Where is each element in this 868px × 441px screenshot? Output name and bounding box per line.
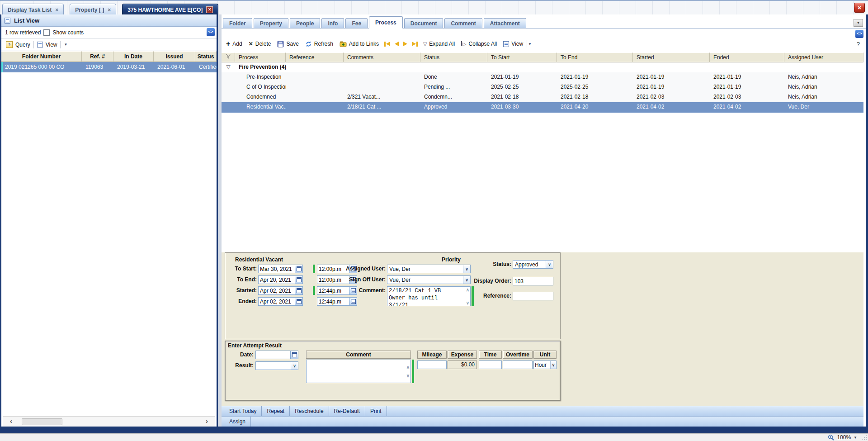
repeat-button[interactable]: Repeat — [262, 406, 290, 416]
reference-input[interactable] — [513, 292, 553, 300]
assigned-user-select[interactable]: Vue, Der ∨ — [387, 265, 471, 273]
tab-display-task-list[interactable]: Display Task List × — [2, 4, 64, 15]
tab-375-hawthorne[interactable]: 375 HAWTHORNE AVE E[CO] ✕ — [122, 4, 218, 15]
sync-icon[interactable]: <> — [207, 28, 215, 36]
tab-attachment[interactable]: Attachment — [484, 18, 526, 28]
tab-property[interactable]: Property [ ] × — [70, 4, 116, 15]
tab-comment[interactable]: Comment — [444, 18, 482, 28]
view-button[interactable]: View — [500, 38, 526, 49]
tab-fee[interactable]: Fee — [345, 18, 368, 28]
calendar-button[interactable] — [295, 275, 303, 284]
panel-splitter[interactable] — [218, 14, 222, 427]
column-header-process[interactable]: Process — [235, 52, 286, 62]
attempt-date-input[interactable] — [255, 351, 291, 359]
calendar-button[interactable] — [295, 297, 303, 306]
assign-button[interactable]: Assign — [224, 417, 251, 427]
scroll-left-icon[interactable]: ‹ — [10, 417, 12, 426]
close-icon[interactable]: × — [55, 7, 58, 13]
folder-row-selected[interactable]: 2019 021265 000 00 CO 119063 2019-03-21 … — [1, 62, 217, 72]
refresh-button[interactable]: Refresh — [302, 38, 336, 49]
process-row[interactable]: Condemned 2/321 Vacat... Condemn... 2021… — [222, 92, 863, 103]
close-icon[interactable]: × — [108, 7, 111, 13]
time-button[interactable] — [349, 297, 357, 306]
filter-column-header[interactable] — [222, 52, 235, 62]
overtime-input[interactable] — [503, 360, 533, 369]
show-counts-checkbox[interactable] — [43, 29, 50, 36]
zoom-control[interactable]: 100% ▼ — [828, 434, 857, 441]
status-select[interactable]: Approved ∨ — [513, 260, 553, 269]
column-header-issued[interactable]: Issued — [154, 51, 195, 62]
unit-select[interactable]: Hour ∨ — [533, 360, 557, 369]
view-dropdown-icon[interactable]: ▼ — [64, 43, 67, 47]
column-header-to-start[interactable]: To Start — [487, 52, 557, 62]
query-button[interactable]: ? Query — [6, 39, 30, 50]
tab-document[interactable]: Document — [404, 18, 443, 28]
scrollbar-thumb[interactable] — [22, 418, 62, 425]
column-header-status[interactable]: Status — [195, 51, 217, 62]
column-header-status[interactable]: Status — [420, 52, 487, 62]
last-record-button[interactable] — [410, 42, 420, 47]
column-header-ref[interactable]: Ref. # — [82, 51, 113, 62]
column-header-assigned-user[interactable]: Assigned User — [784, 52, 863, 62]
add-to-links-button[interactable]: Add to Links — [337, 38, 382, 49]
column-header-to-end[interactable]: To End — [557, 52, 633, 62]
first-record-button[interactable] — [382, 42, 392, 47]
process-row-selected[interactable]: Residential Vac... 2/18/21 Cat ... Appro… — [222, 102, 863, 113]
view-button[interactable]: View — [37, 39, 57, 50]
collapse-all-button[interactable]: ▷ Collapse All — [458, 38, 500, 49]
calendar-button[interactable] — [295, 265, 303, 273]
horizontal-scrollbar[interactable]: ‹ › — [3, 416, 215, 427]
reschedule-button[interactable]: Reschedule — [290, 406, 329, 416]
view-dropdown-icon[interactable]: ▼ — [528, 42, 532, 46]
column-header-ended[interactable]: Ended — [710, 52, 784, 62]
mileage-input[interactable] — [417, 360, 447, 369]
attempt-comment-textarea[interactable]: ∧ ∨ — [306, 360, 411, 383]
tab-process[interactable]: Process — [369, 16, 403, 28]
column-header-comments[interactable]: Comments — [344, 52, 420, 62]
column-header-reference[interactable]: Reference — [286, 52, 344, 62]
print-button[interactable]: Print — [365, 406, 387, 416]
chevron-down-icon[interactable]: ∨ — [466, 300, 469, 305]
chevron-down-icon[interactable]: ∨ — [406, 373, 410, 378]
to-end-date-input[interactable] — [258, 275, 295, 284]
close-icon[interactable]: ✕ — [206, 6, 213, 13]
add-button[interactable]: + Add — [223, 38, 245, 49]
scroll-right-icon[interactable]: › — [206, 417, 208, 426]
column-header-started[interactable]: Started — [633, 52, 710, 62]
process-group-row[interactable]: ▽ Fire Prevention (4) — [222, 62, 863, 73]
window-close-button[interactable]: ✕ — [854, 3, 865, 13]
save-button[interactable]: Save — [274, 38, 301, 49]
previous-record-button[interactable] — [393, 42, 401, 46]
resize-grip[interactable] — [862, 435, 867, 440]
ended-date-input[interactable] — [258, 297, 295, 306]
tab-folder[interactable]: Folder — [223, 18, 252, 28]
column-header-folder-number[interactable]: Folder Number — [1, 51, 82, 62]
help-icon[interactable]: ? — [857, 41, 860, 47]
ended-time-input[interactable] — [317, 297, 349, 306]
start-today-button[interactable]: Start Today — [224, 406, 262, 416]
delete-button[interactable]: ✕ Delete — [246, 38, 274, 49]
re-default-button[interactable]: Re-Default — [329, 406, 365, 416]
calendar-button[interactable] — [295, 286, 303, 295]
column-header-in-date[interactable]: In Date — [113, 51, 154, 62]
chevron-up-icon[interactable]: ∧ — [406, 365, 410, 370]
tab-people[interactable]: People — [290, 18, 320, 28]
tab-property[interactable]: Property — [254, 18, 288, 28]
time-input[interactable] — [479, 360, 502, 369]
result-select[interactable]: ∨ — [255, 361, 298, 370]
comment-textarea[interactable]: 2/18/21 Cat 1 VB Owner has until 3/1/21 … — [387, 286, 471, 306]
expand-all-button[interactable]: ▽ Expand All — [420, 38, 458, 49]
next-record-button[interactable] — [401, 42, 409, 46]
display-order-input[interactable] — [513, 277, 553, 285]
tab-overflow-button[interactable]: ▼ — [854, 19, 863, 27]
expand-icon[interactable]: ▽ — [222, 62, 235, 72]
process-row[interactable]: C of O Inspection Pending ... 2025-02-25… — [222, 82, 863, 93]
started-date-input[interactable] — [258, 286, 295, 295]
to-start-date-input[interactable] — [258, 265, 295, 273]
sync-icon[interactable]: <> — [855, 30, 863, 38]
zoom-dropdown-icon[interactable]: ▼ — [854, 436, 857, 440]
tab-info[interactable]: Info — [321, 18, 344, 28]
sign-off-user-select[interactable]: Vue, Der ∨ — [387, 275, 471, 284]
calendar-button[interactable] — [291, 351, 298, 359]
process-row[interactable]: Pre-Inspection Done 2021-01-19 2021-01-1… — [222, 72, 863, 83]
